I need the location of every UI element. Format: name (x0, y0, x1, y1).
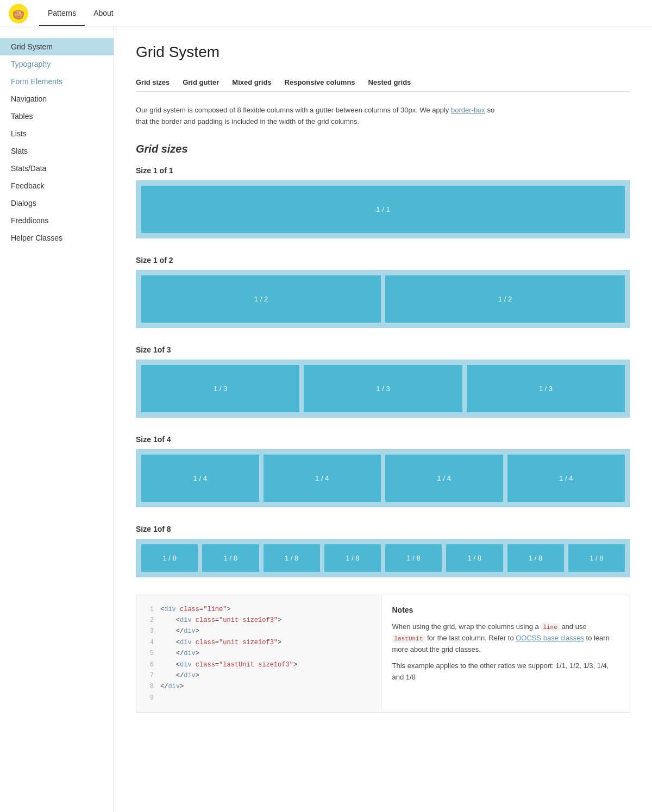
svg-point-7 (13, 11, 16, 14)
code-line-2: 2 <div class="unit size1of3"> (145, 615, 372, 626)
code-content: <div class="line"> (160, 604, 231, 615)
grid-cell: 1 / 4 (385, 455, 503, 502)
grid-demo-1of8: Size 1of 8 1 / 8 1 / 8 1 / 8 1 / 8 1 / 8… (136, 525, 630, 577)
grid-cell: 1 / 8 (568, 544, 625, 572)
code-line-6: 6 <div class="lastUnit size1of3"> (145, 659, 372, 670)
notes-paragraph-1: When using the grid, wrap the columns us… (392, 621, 619, 655)
sidebar-item-lists[interactable]: Lists (0, 125, 114, 142)
description-text: Our grid system is composed of 8 flexibl… (136, 105, 505, 128)
grid-label-1of4: Size 1of 4 (136, 435, 630, 444)
grid-demo-1of3: Size 1of 3 1 / 3 1 / 3 1 / 3 (136, 345, 630, 418)
layout: Grid System Typography Form Elements Nav… (0, 27, 652, 812)
line-number: 6 (145, 659, 154, 670)
top-nav: Patterns About (0, 0, 652, 27)
sidebar-item-helper-classes[interactable]: Helper Classes (0, 229, 114, 247)
code-notes-section: 1 <div class="line"> 2 <div class="unit … (136, 595, 630, 713)
tab-grid-gutter[interactable]: Grid gutter (183, 74, 219, 92)
sidebar-item-typography[interactable]: Typography (0, 55, 114, 73)
grid-cell: 1 / 3 (304, 365, 462, 412)
section-heading: Grid sizes (136, 143, 630, 155)
page-title: Grid System (136, 43, 630, 61)
sidebar-item-stats-data[interactable]: Stats/Data (0, 160, 114, 177)
code-line-3: 3 </div> (145, 626, 372, 637)
grid-cell: 1 / 3 (141, 365, 299, 412)
code-content: <div class="lastUnit size1of3"> (160, 659, 297, 670)
grid-label-1of3: Size 1of 3 (136, 345, 630, 354)
code-content: </div> (160, 648, 199, 659)
notes-paragraph-2: This example applies to the other ratios… (392, 660, 619, 683)
grid-cell: 1 / 8 (141, 544, 198, 572)
code-line-8: 8 </div> (145, 681, 372, 692)
sidebar-item-feedback[interactable]: Feedback (0, 177, 114, 194)
grid-cell: 1 / 3 (467, 365, 625, 412)
code-inline-line: line (541, 624, 559, 631)
sidebar-item-dialogs[interactable]: Dialogs (0, 194, 114, 212)
grid-label-1of1: Size 1 of 1 (136, 166, 630, 175)
sidebar: Grid System Typography Form Elements Nav… (0, 27, 114, 812)
grid-cell: 1 / 8 (324, 544, 381, 572)
logo-icon (9, 4, 28, 23)
notes-block: Notes When using the grid, wrap the colu… (381, 595, 630, 713)
logo (9, 4, 28, 23)
line-number: 7 (145, 670, 154, 681)
code-content: </div> (160, 681, 184, 692)
grid-label-1of2: Size 1 of 2 (136, 256, 630, 265)
grid-cell: 1 / 8 (385, 544, 442, 572)
grid-cell: 1 / 4 (141, 455, 259, 502)
grid-cell: 1 / 2 (385, 275, 625, 323)
grid-outer-1of8: 1 / 8 1 / 8 1 / 8 1 / 8 1 / 8 1 / 8 1 / … (136, 539, 630, 577)
nav-patterns[interactable]: Patterns (39, 1, 85, 26)
grid-cell: 1 / 8 (264, 544, 320, 572)
code-line-7: 7 </div> (145, 670, 372, 681)
border-box-link[interactable]: border-box (451, 106, 485, 114)
grid-demo-1of4: Size 1of 4 1 / 4 1 / 4 1 / 4 1 / 4 (136, 435, 630, 507)
grid-cell: 1 / 1 (141, 186, 625, 233)
line-number: 4 (145, 637, 154, 648)
code-block: 1 <div class="line"> 2 <div class="unit … (136, 595, 381, 713)
nav-about[interactable]: About (85, 1, 122, 26)
grid-demo-1of1: Size 1 of 1 1 / 1 (136, 166, 630, 238)
grid-cell: 1 / 2 (141, 275, 381, 323)
code-content: <div class="unit size1of3"> (160, 615, 281, 626)
code-content: </div> (160, 626, 199, 637)
line-number: 5 (145, 648, 154, 659)
notes-title: Notes (392, 604, 619, 616)
top-nav-links: Patterns About (39, 1, 122, 26)
grid-cell: 1 / 8 (507, 544, 564, 572)
tab-responsive-columns[interactable]: Responsive columns (285, 74, 355, 92)
grid-cell: 1 / 8 (446, 544, 503, 572)
line-number: 9 (145, 693, 154, 703)
grid-outer-1of2: 1 / 2 1 / 2 (136, 270, 630, 328)
code-inline-lastunit: lastUnit (392, 635, 425, 643)
tab-grid-sizes[interactable]: Grid sizes (136, 74, 170, 92)
code-line-4: 4 <div class="unit size1of3"> (145, 637, 372, 648)
sidebar-item-form-elements[interactable]: Form Elements (0, 73, 114, 90)
oocss-link[interactable]: OOCSS base classes (516, 634, 584, 642)
line-number: 8 (145, 681, 154, 692)
line-number: 1 (145, 604, 154, 615)
grid-outer-1of1: 1 / 1 (136, 180, 630, 238)
main-content: Grid System Grid sizes Grid gutter Mixed… (114, 27, 652, 812)
line-number: 3 (145, 626, 154, 637)
grid-outer-1of4: 1 / 4 1 / 4 1 / 4 1 / 4 (136, 449, 630, 507)
code-content: </div> (160, 670, 199, 681)
sidebar-item-slats[interactable]: Slats (0, 142, 114, 160)
sidebar-item-freddicons[interactable]: Freddicons (0, 212, 114, 229)
grid-cell: 1 / 4 (264, 455, 381, 502)
code-content: <div class="unit size1of3"> (160, 637, 281, 648)
sidebar-item-navigation[interactable]: Navigation (0, 90, 114, 108)
grid-cell: 1 / 8 (202, 544, 259, 572)
tab-mixed-grids[interactable]: Mixed grids (232, 74, 271, 92)
code-line-1: 1 <div class="line"> (145, 604, 372, 615)
svg-point-8 (21, 11, 24, 14)
grid-cell: 1 / 4 (507, 455, 625, 502)
grid-label-1of8: Size 1of 8 (136, 525, 630, 533)
code-line-9: 9 (145, 693, 372, 703)
code-line-5: 5 </div> (145, 648, 372, 659)
sidebar-item-tables[interactable]: Tables (0, 108, 114, 125)
sidebar-item-grid-system[interactable]: Grid System (0, 38, 114, 55)
tab-nested-grids[interactable]: Nested grids (368, 74, 411, 92)
grid-outer-1of3: 1 / 3 1 / 3 1 / 3 (136, 360, 630, 418)
grid-demo-1of2: Size 1 of 2 1 / 2 1 / 2 (136, 256, 630, 328)
line-number: 2 (145, 615, 154, 626)
